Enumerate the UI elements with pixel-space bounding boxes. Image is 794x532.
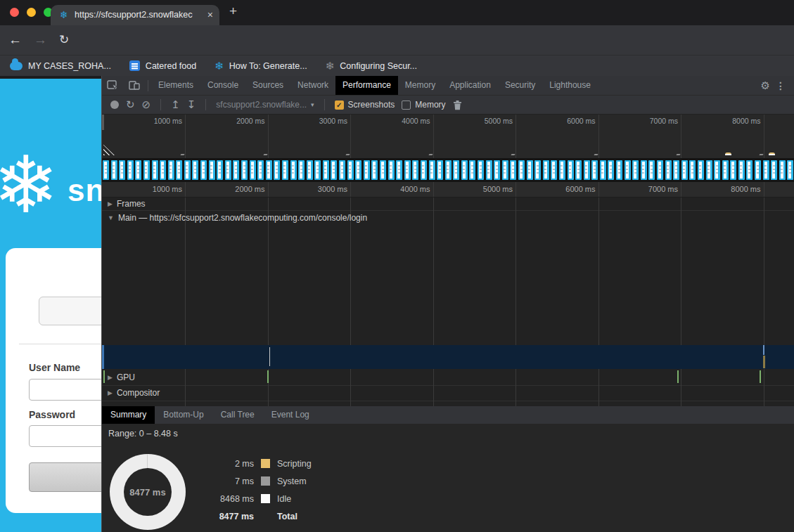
filmstrip-screenshot[interactable] [534, 160, 541, 180]
login-button[interactable] [29, 462, 101, 492]
filmstrip-screenshot[interactable] [648, 160, 655, 180]
back-button[interactable]: ← [8, 32, 22, 48]
clear-recording-icon[interactable]: ⊘ [142, 99, 151, 110]
sso-button[interactable] [39, 297, 101, 325]
filmstrip-screenshot[interactable] [404, 160, 411, 180]
filmstrip-screenshot[interactable] [461, 160, 468, 180]
devtools-tab-elements[interactable]: Elements [151, 76, 200, 95]
browser-tab[interactable]: ❄ https://sfcsupport2.snowflakecomputing… [51, 5, 219, 25]
filmstrip-screenshot[interactable] [730, 160, 736, 180]
filmstrip-screenshot[interactable] [779, 160, 786, 180]
memory-checkbox[interactable] [402, 100, 411, 110]
filmstrip-screenshot[interactable] [176, 160, 182, 180]
filmstrip-screenshot[interactable] [591, 160, 598, 180]
screenshot-filmstrip[interactable] [102, 158, 794, 182]
timeline-overview[interactable]: 1000 ms2000 ms3000 ms4000 ms5000 ms6000 … [102, 115, 794, 158]
bookmark-item-3[interactable]: ❄Configuring Secur... [326, 60, 417, 71]
filmstrip-screenshot[interactable] [257, 160, 264, 180]
overview-resize-handle[interactable] [102, 115, 104, 130]
filmstrip-screenshot[interactable] [738, 160, 745, 180]
devtools-tab-lighthouse[interactable]: Lighthouse [542, 76, 598, 95]
filmstrip-screenshot[interactable] [437, 160, 443, 180]
new-tab-button[interactable]: + [229, 4, 237, 19]
devtools-tab-application[interactable]: Application [442, 76, 498, 95]
filmstrip-screenshot[interactable] [233, 160, 239, 180]
filmstrip-screenshot[interactable] [681, 160, 688, 180]
filmstrip-screenshot[interactable] [551, 160, 557, 180]
filmstrip-screenshot[interactable] [665, 160, 672, 180]
compositor-track[interactable]: ▶Compositor [108, 388, 160, 398]
filmstrip-screenshot[interactable] [184, 160, 191, 180]
filmstrip-screenshot[interactable] [421, 160, 427, 180]
filmstrip-screenshot[interactable] [111, 160, 117, 180]
filmstrip-screenshot[interactable] [282, 160, 288, 180]
filmstrip-screenshot[interactable] [673, 160, 679, 180]
filmstrip-screenshot[interactable] [494, 160, 500, 180]
timeline-tracks[interactable]: ▶Frames ▼Main — https://sfcsupport2.snow… [102, 197, 794, 406]
filmstrip-screenshot[interactable] [250, 160, 256, 180]
filmstrip-screenshot[interactable] [469, 160, 475, 180]
filmstrip-screenshot[interactable] [241, 160, 248, 180]
filmstrip-screenshot[interactable] [290, 160, 297, 180]
filmstrip-screenshot[interactable] [225, 160, 231, 180]
filmstrip-screenshot[interactable] [755, 160, 761, 180]
filmstrip-screenshot[interactable] [307, 160, 313, 180]
close-window-button[interactable] [10, 8, 19, 17]
filmstrip-screenshot[interactable] [575, 160, 582, 180]
filmstrip-screenshot[interactable] [135, 160, 141, 180]
filmstrip-screenshot[interactable] [331, 160, 337, 180]
filmstrip-screenshot[interactable] [314, 160, 321, 180]
filmstrip-screenshot[interactable] [429, 160, 435, 180]
devtools-tab-network[interactable]: Network [290, 76, 335, 95]
filmstrip-screenshot[interactable] [412, 160, 418, 180]
username-input[interactable] [29, 379, 101, 401]
filmstrip-screenshot[interactable] [608, 160, 614, 180]
filmstrip-screenshot[interactable] [453, 160, 459, 180]
filmstrip-screenshot[interactable] [388, 160, 395, 180]
filmstrip-screenshot[interactable] [355, 160, 361, 180]
record-button[interactable] [110, 100, 119, 109]
filmstrip-screenshot[interactable] [616, 160, 622, 180]
filmstrip-screenshot[interactable] [160, 160, 166, 180]
device-toolbar-icon[interactable] [124, 80, 145, 91]
filmstrip-screenshot[interactable] [510, 160, 516, 180]
filmstrip-screenshot[interactable] [722, 160, 729, 180]
filmstrip-screenshot[interactable] [486, 160, 492, 180]
filmstrip-screenshot[interactable] [698, 160, 704, 180]
devtools-tab-memory[interactable]: Memory [398, 76, 442, 95]
filmstrip-screenshot[interactable] [103, 160, 109, 180]
filmstrip-screenshot[interactable] [364, 160, 370, 180]
filmstrip-screenshot[interactable] [339, 160, 345, 180]
filmstrip-screenshot[interactable] [274, 160, 280, 180]
bookmark-item-2[interactable]: ❄How To: Generate... [214, 60, 307, 71]
filmstrip-screenshot[interactable] [527, 160, 533, 180]
filmstrip-screenshot[interactable] [168, 160, 174, 180]
filmstrip-screenshot[interactable] [192, 160, 198, 180]
filmstrip-screenshot[interactable] [625, 160, 631, 180]
filmstrip-screenshot[interactable] [714, 160, 720, 180]
filmstrip-screenshot[interactable] [119, 160, 125, 180]
close-tab-icon[interactable]: × [207, 9, 213, 20]
devtools-tab-sources[interactable]: Sources [245, 76, 290, 95]
main-track[interactable]: ▼Main — https://sfcsupport2.snowflakecom… [108, 213, 367, 223]
frames-track[interactable]: ▶Frames [108, 199, 146, 209]
filmstrip-screenshot[interactable] [502, 160, 508, 180]
bookmark-item-1[interactable]: Catered food [129, 60, 196, 71]
filmstrip-screenshot[interactable] [143, 160, 150, 180]
devtools-tab-console[interactable]: Console [200, 76, 245, 95]
settings-gear-icon[interactable]: ⚙ [761, 79, 770, 92]
filmstrip-screenshot[interactable] [787, 160, 793, 180]
filmstrip-screenshot[interactable] [380, 160, 386, 180]
filmstrip-screenshot[interactable] [298, 160, 305, 180]
details-tab-summary[interactable]: Summary [102, 406, 155, 424]
minimize-window-button[interactable] [27, 8, 36, 17]
reload-button[interactable]: ↻ [59, 32, 69, 48]
filmstrip-screenshot[interactable] [689, 160, 696, 180]
filmstrip-screenshot[interactable] [568, 160, 574, 180]
filmstrip-screenshot[interactable] [600, 160, 606, 180]
filmstrip-screenshot[interactable] [771, 160, 777, 180]
password-input[interactable] [29, 425, 101, 447]
filmstrip-screenshot[interactable] [127, 160, 134, 180]
screenshots-checkbox[interactable]: ✓ [335, 100, 344, 110]
bookmark-item-0[interactable]: MY CASES_ROHA... [10, 61, 111, 71]
